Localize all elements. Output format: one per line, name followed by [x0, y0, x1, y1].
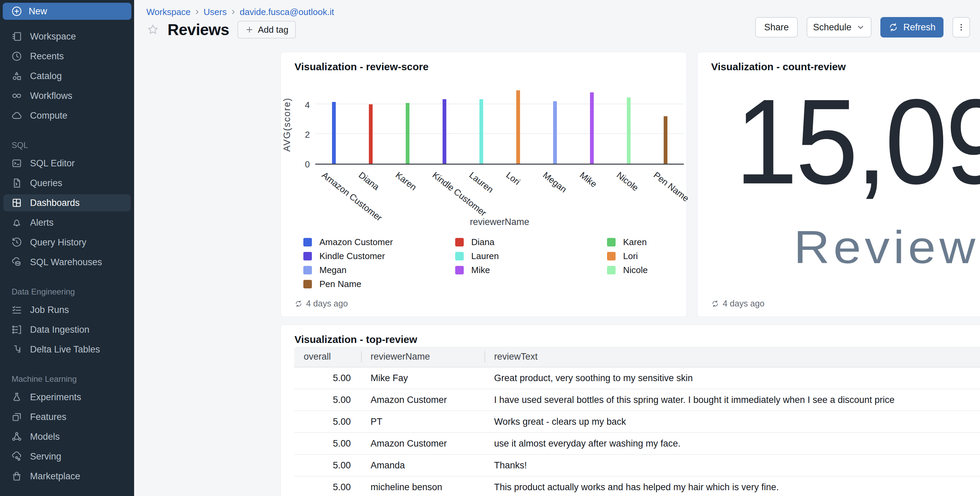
- sidebar-item-delta-live-tables[interactable]: Delta Live Tables: [3, 341, 131, 358]
- new-button[interactable]: New: [3, 3, 131, 20]
- features-icon: [11, 411, 22, 423]
- sidebar-nav: WorkspaceRecentsCatalogWorkflowsComputeS…: [0, 22, 134, 485]
- x-tick-label: Lauren: [467, 170, 495, 195]
- marketplace-icon: [11, 471, 22, 482]
- page-title: Reviews: [167, 21, 229, 39]
- bar-megan: [553, 101, 557, 164]
- sidebar-item-sql-editor[interactable]: SQL Editor: [3, 155, 131, 172]
- kebab-menu-button[interactable]: [952, 17, 970, 38]
- cell-review-text: This product actually works and has help…: [485, 476, 980, 496]
- sidebar-item-workflows[interactable]: Workflows: [3, 87, 131, 104]
- legend-swatch: [455, 238, 464, 246]
- sidebar-item-label: Workspace: [30, 32, 76, 42]
- legend-item-megan[interactable]: Megan: [303, 263, 455, 276]
- cell-overall: 5.00: [294, 411, 361, 433]
- legend-label: Megan: [320, 265, 347, 276]
- x-tick-label: Karen: [393, 170, 419, 193]
- top-actions: Share Schedule Refresh: [755, 17, 970, 38]
- breadcrumb-link[interactable]: Users: [204, 7, 227, 17]
- x-tick-label: Nicole: [614, 170, 641, 193]
- legend-swatch: [607, 266, 616, 274]
- legend-swatch: [303, 252, 312, 260]
- legend-item-amazon-customer[interactable]: Amazon Customer: [303, 236, 455, 249]
- legend-swatch: [455, 266, 464, 274]
- y-tick-label: 4: [298, 100, 310, 111]
- breadcrumb-link[interactable]: Workspace: [146, 7, 191, 17]
- sidebar-item-queries[interactable]: Queries: [3, 174, 131, 192]
- x-axis-labels: reviewerName Amazon CustomerDianaKarenKi…: [315, 166, 684, 230]
- sidebar-item-label: Recents: [30, 51, 64, 62]
- cell-reviewer-name: PT: [361, 411, 485, 433]
- sidebar-section-label: Data Engineering: [0, 273, 134, 301]
- sidebar-item-catalog[interactable]: Catalog: [3, 68, 131, 84]
- sidebar-item-job-runs[interactable]: Job Runs: [3, 301, 131, 319]
- legend-item-mike[interactable]: Mike: [455, 263, 607, 276]
- table-row: 5.00micheline bensonThis product actuall…: [294, 476, 980, 496]
- workspace-icon: [11, 31, 22, 42]
- bar-mike: [590, 92, 594, 164]
- table-row: 5.00PTWorks great - clears up my back: [294, 411, 980, 433]
- card-top-review-title: Visualization - top-review: [294, 334, 417, 345]
- refreshed-icon: [711, 300, 719, 308]
- breadcrumb-separator: ›: [196, 6, 199, 18]
- sidebar-item-serving[interactable]: Serving: [3, 448, 131, 465]
- breadcrumb-separator: ›: [231, 6, 235, 18]
- schedule-button-label: Schedule: [813, 22, 852, 33]
- legend-item-diana[interactable]: Diana: [455, 236, 607, 249]
- favorite-star-icon[interactable]: [146, 23, 159, 36]
- flask-icon: [11, 391, 22, 403]
- refresh-button-label: Refresh: [903, 22, 935, 33]
- bell-icon: [11, 217, 22, 228]
- breadcrumb-link[interactable]: davide.fusca@outlook.it: [240, 7, 334, 17]
- clock-icon: [11, 51, 22, 62]
- sidebar-item-experiments[interactable]: Experiments: [3, 388, 131, 406]
- sidebar-item-data-ingestion[interactable]: Data Ingestion: [3, 321, 131, 338]
- legend-label: Kindle Customer: [320, 251, 385, 261]
- plus-icon: [245, 25, 254, 34]
- serving-icon: [11, 451, 22, 462]
- sidebar-item-sql-warehouses[interactable]: SQL Warehouses: [3, 254, 131, 271]
- legend-swatch: [303, 238, 312, 246]
- legend-item-kindle-customer[interactable]: Kindle Customer: [303, 250, 455, 263]
- sidebar-item-recents[interactable]: Recents: [3, 48, 131, 65]
- refresh-button[interactable]: Refresh: [880, 17, 943, 38]
- ingestion-icon: [11, 324, 22, 336]
- sidebar-item-dashboards[interactable]: Dashboards: [3, 194, 131, 211]
- legend-item-karen[interactable]: Karen: [607, 236, 676, 249]
- warehouse-icon: [11, 256, 22, 268]
- share-button[interactable]: Share: [755, 17, 798, 38]
- legend-swatch: [607, 252, 616, 260]
- sidebar-item-features[interactable]: Features: [3, 408, 131, 425]
- schedule-button[interactable]: Schedule: [807, 17, 872, 38]
- sidebar-item-query-history[interactable]: Query History: [3, 234, 131, 251]
- title-row: Reviews Add tag: [146, 21, 296, 39]
- add-tag-button[interactable]: Add tag: [237, 21, 296, 38]
- bar-kindle-customer: [442, 99, 446, 164]
- x-tick-label: Mike: [578, 170, 599, 190]
- plus-circle-icon: [11, 5, 22, 17]
- legend-item-nicole[interactable]: Nicole: [607, 263, 676, 276]
- models-icon: [11, 431, 22, 442]
- history-icon: [11, 236, 22, 248]
- legend-item-lori[interactable]: Lori: [607, 250, 676, 263]
- counter-label: Reviews: [681, 224, 980, 270]
- sidebar-item-marketplace[interactable]: Marketplace: [3, 468, 131, 485]
- sidebar-item-models[interactable]: Models: [3, 428, 131, 445]
- cell-reviewer-name: Amanda: [361, 455, 485, 476]
- new-button-label: New: [29, 6, 47, 17]
- sidebar-item-label: Workflows: [30, 91, 72, 101]
- sidebar-item-alerts[interactable]: Alerts: [3, 214, 131, 231]
- legend-label: Lori: [623, 251, 638, 261]
- sidebar-item-label: Job Runs: [30, 305, 69, 315]
- sidebar-item-workspace[interactable]: Workspace: [3, 28, 131, 45]
- cell-review-text: use it almost everyday after washing my …: [485, 433, 980, 455]
- bar-nicole: [627, 98, 631, 164]
- card-count-review-title: Visualization - count-review: [711, 61, 846, 73]
- sidebar-item-label: Serving: [30, 452, 61, 462]
- legend-label: Mike: [471, 265, 490, 276]
- sidebar-item-compute[interactable]: Compute: [3, 107, 131, 124]
- legend-item-lauren[interactable]: Lauren: [455, 250, 607, 263]
- cell-overall: 5.00: [294, 389, 361, 411]
- legend-item-pen-name[interactable]: Pen Name: [303, 277, 455, 290]
- queries-icon: [11, 177, 22, 189]
